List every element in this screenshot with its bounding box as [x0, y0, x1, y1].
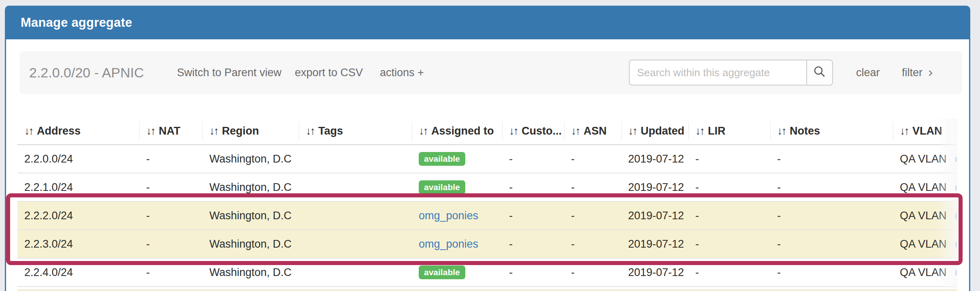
modal-title: Manage aggregate	[21, 15, 132, 30]
assigned-to-link[interactable]: omg_ponies	[419, 210, 478, 222]
cell-updated: 2019-07-12	[621, 173, 688, 201]
cell-lir: -	[688, 145, 770, 173]
filter-button[interactable]: filter ›	[902, 66, 933, 79]
clipped-link-sliver	[955, 185, 957, 190]
clipped-link-sliver	[955, 214, 957, 219]
cell-asn: -	[564, 173, 621, 201]
cell-asn: -	[564, 230, 621, 258]
cell-address: 2.2.1.0/24	[17, 173, 139, 201]
column-header-label: Notes	[790, 125, 820, 137]
actions-menu-button[interactable]: actions +	[380, 66, 424, 79]
sort-icon: ↓↑	[509, 125, 518, 137]
filter-button-label: filter	[902, 66, 922, 79]
cell-notes: -	[770, 230, 893, 258]
cell-customer: -	[502, 258, 564, 287]
cell-region: Washington, D.C	[202, 258, 299, 287]
column-header-custo[interactable]: ↓↑Custo...	[502, 118, 564, 145]
cell-tags	[299, 258, 412, 287]
cell-notes: -	[770, 258, 893, 287]
cell-clipped	[948, 145, 957, 173]
cell-notes: -	[770, 145, 893, 173]
status-badge: available	[419, 152, 465, 166]
column-header-clipped	[948, 118, 957, 145]
column-header-address[interactable]: ↓↑Address	[17, 118, 139, 145]
cell-address: 2.2.2.0/24	[17, 201, 139, 230]
cell-lir: -	[688, 258, 770, 287]
cell-customer: -	[502, 230, 564, 258]
cell-lir: -	[688, 173, 770, 201]
column-header-asn[interactable]: ↓↑ASN	[564, 118, 621, 145]
cell-updated: 2019-07-12	[621, 201, 688, 230]
sort-icon: ↓↑	[695, 125, 704, 137]
cell-customer: -	[502, 145, 564, 173]
column-header-label: ASN	[584, 125, 607, 137]
column-header-lir[interactable]: ↓↑LIR	[688, 118, 770, 145]
sort-icon: ↓↑	[628, 125, 637, 137]
cell-address: 2.2.0.0/24	[17, 145, 139, 173]
cell-vlan: QA VLAN	[893, 201, 948, 230]
cell-region: Washington, D.C	[202, 201, 299, 230]
table-row-2-2-4-0-24[interactable]: 2.2.4.0/24-Washington, D.Cavailable--201…	[17, 258, 957, 287]
toolbar: 2.2.0.0/20 - APNIC Switch to Parent view…	[19, 51, 962, 94]
sort-icon: ↓↑	[900, 125, 908, 137]
chevron-right-icon: ›	[928, 65, 933, 79]
cell-tags	[299, 230, 412, 258]
cell-customer: -	[502, 201, 564, 230]
cell-region: Washington, D.C	[202, 230, 299, 258]
column-header-label: NAT	[159, 125, 181, 137]
cell-notes: -	[770, 201, 893, 230]
column-header-label: Custo...	[522, 125, 562, 137]
cell-region: Washington, D.C	[202, 173, 299, 201]
manage-aggregate-modal: Manage aggregate 2.2.0.0/20 - APNIC Swit…	[5, 6, 970, 291]
clipped-link-sliver	[955, 242, 957, 247]
cell-assigned-to: available	[412, 258, 502, 287]
cell-tags	[299, 145, 412, 173]
status-badge: available	[419, 180, 465, 194]
table-header-row: ↓↑Address↓↑NAT↓↑Region↓↑Tags↓↑Assigned t…	[17, 118, 957, 145]
cell-region: Washington, D.C	[202, 145, 299, 173]
column-header-vlan[interactable]: ↓↑VLAN	[893, 118, 948, 145]
cell-clipped	[948, 230, 957, 258]
column-header-assigned-to[interactable]: ↓↑Assigned to	[412, 118, 502, 145]
status-badge: available	[419, 265, 465, 279]
page: { "modal": { "title": "Manage aggregate"…	[0, 0, 980, 291]
aggregate-table: ↓↑Address↓↑NAT↓↑Region↓↑Tags↓↑Assigned t…	[17, 118, 957, 287]
column-header-region[interactable]: ↓↑Region	[202, 118, 299, 145]
cell-asn: -	[564, 258, 621, 287]
column-header-nat[interactable]: ↓↑NAT	[139, 118, 202, 145]
assigned-to-link[interactable]: omg_ponies	[419, 238, 478, 250]
column-header-label: Tags	[318, 125, 343, 137]
sort-icon: ↓↑	[146, 125, 155, 137]
column-header-updated[interactable]: ↓↑Updated	[621, 118, 688, 145]
search-input[interactable]	[629, 60, 807, 86]
sort-icon: ↓↑	[209, 125, 218, 137]
cell-updated: 2019-07-12	[621, 230, 688, 258]
aggregate-label: 2.2.0.0/20 - APNIC	[29, 65, 144, 81]
cell-vlan: QA VLAN	[893, 145, 948, 173]
sort-icon: ↓↑	[571, 125, 579, 137]
cell-lir: -	[688, 230, 770, 258]
cell-clipped	[948, 173, 957, 201]
cell-updated: 2019-07-12	[621, 145, 688, 173]
search-group	[629, 60, 833, 86]
cell-nat: -	[139, 201, 202, 230]
clipped-link-sliver	[955, 157, 957, 162]
column-header-notes[interactable]: ↓↑Notes	[770, 118, 893, 145]
cell-asn: -	[564, 145, 621, 173]
clear-button[interactable]: clear	[856, 66, 880, 79]
table-row-2-2-1-0-24[interactable]: 2.2.1.0/24-Washington, D.Cavailable--201…	[17, 173, 957, 201]
table-row-2-2-3-0-24[interactable]: 2.2.3.0/24-Washington, D.Comg_ponies--20…	[17, 230, 957, 258]
column-header-tags[interactable]: ↓↑Tags	[299, 118, 412, 145]
table-row-2-2-0-0-24[interactable]: 2.2.0.0/24-Washington, D.Cavailable--201…	[17, 145, 957, 173]
search-button[interactable]	[806, 60, 833, 86]
switch-to-parent-view-button[interactable]: Switch to Parent view	[177, 66, 281, 79]
cell-address: 2.2.4.0/24	[17, 258, 139, 287]
export-to-csv-button[interactable]: export to CSV	[295, 66, 363, 79]
magnifier-icon	[813, 65, 827, 80]
cell-nat: -	[139, 258, 202, 287]
cell-tags	[299, 173, 412, 201]
table-row-2-2-2-0-24[interactable]: 2.2.2.0/24-Washington, D.Comg_ponies--20…	[17, 201, 957, 230]
column-header-label: Assigned to	[431, 125, 494, 137]
cell-notes: -	[770, 173, 893, 201]
cell-lir: -	[688, 201, 770, 230]
